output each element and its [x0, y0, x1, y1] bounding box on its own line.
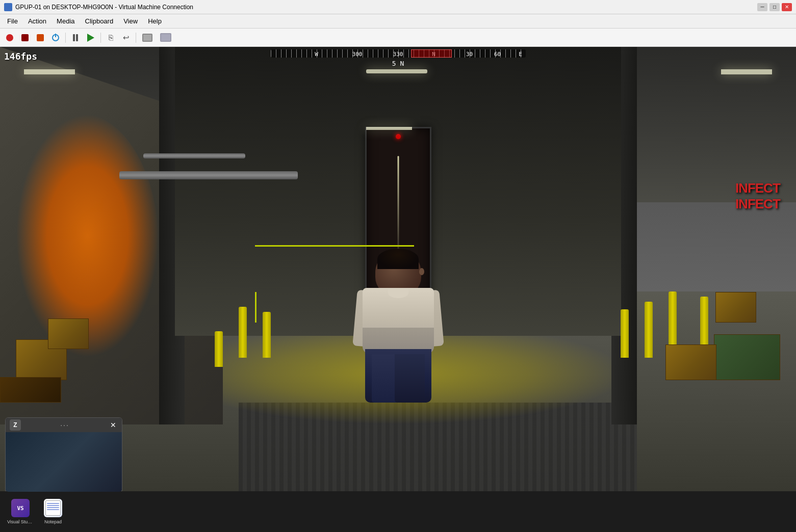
- menu-help[interactable]: Help: [143, 15, 167, 27]
- stop-button[interactable]: [18, 31, 32, 44]
- ceiling-light-right: [721, 69, 772, 74]
- maximize-button[interactable]: □: [769, 3, 780, 11]
- compass-active-region: [411, 49, 452, 58]
- compass-bar: W 300 330 N 30 60 E: [271, 49, 526, 58]
- stop2-button[interactable]: [34, 31, 47, 44]
- char-collar: [388, 288, 408, 298]
- window-controls[interactable]: ─ □ ✕: [757, 3, 792, 11]
- menu-media[interactable]: Media: [52, 15, 80, 27]
- notepad-inner: [45, 500, 61, 516]
- crate-right-3: [715, 292, 756, 323]
- menu-file[interactable]: File: [2, 15, 23, 27]
- fps-counter: 146fps: [4, 51, 37, 62]
- menu-view[interactable]: View: [118, 15, 143, 27]
- bollard-l3: [215, 331, 223, 367]
- screen1-icon: [142, 34, 152, 42]
- task-thumb-close-button[interactable]: ✕: [109, 420, 118, 430]
- compass-heading: 5 N: [392, 60, 404, 67]
- vs-icon: VS: [11, 499, 30, 517]
- taskbar-item-vs[interactable]: VS Visual Studio 20...: [5, 497, 36, 526]
- taskbar: VS Visual Studio 20... Notepad: [0, 491, 796, 532]
- bollard-l2: [263, 312, 271, 358]
- ceiling-light-left: [24, 69, 75, 74]
- menu-clipboard[interactable]: Clipboard: [80, 15, 119, 27]
- bollard-r1: [645, 302, 653, 358]
- pause-icon: [73, 34, 78, 41]
- task-thumbnail: Z ··· ✕: [5, 417, 122, 491]
- task-thumb-preview: [6, 432, 122, 492]
- railing-h1: [255, 245, 414, 247]
- compass-label-w: W: [315, 51, 318, 58]
- crate-left-3: [0, 377, 61, 403]
- play-button[interactable]: [84, 31, 97, 44]
- notepad-icon: [44, 499, 62, 517]
- toolbar-separator-1: [65, 33, 66, 43]
- menu-action[interactable]: Action: [23, 15, 52, 27]
- screen2-icon: [160, 33, 171, 42]
- pipe-left: [119, 171, 298, 179]
- task-thumb-header: Z ··· ✕: [6, 418, 122, 432]
- char-body: [363, 288, 434, 354]
- record-button[interactable]: [3, 31, 16, 44]
- toolbar-separator-2: [100, 33, 101, 43]
- player-character: [347, 250, 449, 403]
- crate-left-2: [48, 318, 89, 349]
- compass-label-e: E: [519, 51, 522, 58]
- play-icon: [87, 34, 94, 42]
- close-button[interactable]: ✕: [782, 3, 792, 11]
- compass-label-30: 30: [466, 51, 473, 58]
- toolbar-separator-3: [136, 33, 136, 43]
- copy-icon: ⎘: [109, 33, 113, 42]
- screen1-button[interactable]: [139, 31, 156, 44]
- compass-label-330: 330: [393, 51, 403, 58]
- infect-text: INFECTINFECT: [735, 180, 780, 212]
- compass-label-60: 60: [494, 51, 501, 58]
- task-thumb-more[interactable]: ···: [60, 421, 69, 429]
- power-button[interactable]: [49, 31, 62, 44]
- menu-bar: File Action Media Clipboard View Help: [0, 14, 796, 29]
- undo-button[interactable]: ↩: [119, 31, 133, 44]
- crate-right-1: [714, 334, 780, 380]
- window-title: GPUP-01 on DESKTOP-MHG9O0N - Virtual Mac…: [15, 4, 757, 11]
- notepad-line-2: [47, 505, 59, 506]
- ceiling-light-mid: [366, 127, 412, 130]
- stop-icon: [21, 34, 29, 41]
- char-leg-right: [395, 354, 425, 403]
- bollard-l1: [239, 307, 247, 358]
- char-legs: [365, 349, 431, 403]
- notepad-line-3: [47, 507, 59, 508]
- notepad-line-1: [47, 503, 59, 504]
- compass: W 300 330 N 30 60 E 5 N: [271, 49, 526, 65]
- minimize-button[interactable]: ─: [757, 3, 767, 11]
- copy-button[interactable]: ⎘: [104, 31, 117, 44]
- undo-icon: ↩: [123, 33, 130, 42]
- stop2-icon: [37, 34, 44, 41]
- title-bar: GPUP-01 on DESKTOP-MHG9O0N - Virtual Mac…: [0, 0, 796, 14]
- crate-right-2: [665, 344, 716, 380]
- taskbar-label-notepad: Notepad: [40, 519, 66, 524]
- power-line: [55, 34, 56, 37]
- railing-v1: [255, 292, 256, 323]
- pause-button[interactable]: [69, 31, 82, 44]
- char-ear: [419, 268, 424, 275]
- compass-label-300: 300: [352, 51, 363, 58]
- record-icon: [6, 34, 13, 41]
- vs-icon-text: VS: [17, 505, 23, 512]
- task-thumb-icon: Z: [10, 419, 21, 431]
- char-hair: [377, 249, 419, 270]
- notepad-lines: [47, 503, 59, 511]
- pipe-left-2: [143, 153, 245, 158]
- notepad-line-4: [47, 509, 59, 510]
- taskbar-item-notepad[interactable]: Notepad: [38, 497, 68, 526]
- app-icon: [4, 3, 12, 11]
- screen2-button[interactable]: [158, 31, 174, 44]
- toolbar: ⎘ ↩: [0, 29, 796, 47]
- taskbar-label-vs: Visual Studio 20...: [7, 519, 34, 524]
- bollard-r2: [621, 309, 629, 358]
- door-red-light: [396, 134, 401, 139]
- ceiling-light-center: [366, 69, 427, 73]
